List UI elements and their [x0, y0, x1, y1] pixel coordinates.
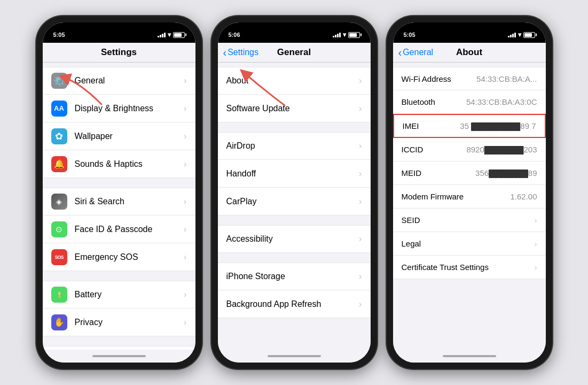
wifi-address-value: 54:33:CB:BA:A... [476, 74, 537, 83]
meid-start: 356 [475, 168, 489, 178]
row-privacy[interactable]: ✋ Privacy › [43, 309, 195, 336]
home-bar-2 [268, 355, 321, 357]
nav-bar-1: Settings [43, 43, 195, 63]
settings-list-1[interactable]: ⚙️ General › AA Display & Brightness › ✿… [43, 63, 195, 350]
general-group-2: AirDrop › Handoff › CarPlay › [218, 132, 371, 215]
general-chevron: › [184, 75, 187, 86]
row-sounds[interactable]: 🔔 Sounds & Haptics › [43, 150, 195, 178]
nav-title-2: General [277, 47, 311, 58]
faceid-icon: ⊙ [51, 221, 67, 237]
signal-icon-1 [158, 32, 166, 37]
row-about[interactable]: About › [218, 67, 371, 95]
iccid-end: 203 [523, 145, 537, 154]
row-general[interactable]: ⚙️ General › [43, 67, 195, 95]
nav-title-3: About [456, 47, 482, 58]
nav-bar-3: ‹ General About [393, 43, 546, 63]
software-chevron: › [359, 103, 362, 114]
airdrop-label: AirDrop [226, 141, 359, 151]
display-chevron: › [184, 103, 187, 114]
cert-label: Certificate Trust Settings [402, 263, 489, 272]
iphone-storage-chevron: › [359, 271, 362, 282]
settings-group-3: 🔋 Battery › ✋ Privacy › [43, 281, 195, 336]
row-iphone-storage[interactable]: iPhone Storage › [218, 263, 371, 290]
row-sos[interactable]: SOS Emergency SOS › [43, 243, 195, 271]
row-siri[interactable]: ◈ Siri & Search › [43, 188, 195, 215]
wallpaper-label: Wallpaper [75, 132, 184, 141]
row-cert[interactable]: Certificate Trust Settings › [393, 256, 546, 279]
privacy-icon: ✋ [51, 314, 67, 330]
imei-label: IMEI [403, 121, 419, 130]
wallpaper-chevron: › [184, 131, 187, 142]
row-accessibility[interactable]: Accessibility › [218, 225, 371, 253]
accessibility-label: Accessibility [226, 234, 359, 244]
general-group-3: Accessibility › [218, 225, 371, 253]
row-legal[interactable]: Legal › [393, 232, 546, 256]
separator-g2 [218, 215, 371, 221]
row-faceid[interactable]: ⊙ Face ID & Passcode › [43, 215, 195, 243]
home-bar-3 [443, 355, 496, 357]
meid-redacted: ████████ [489, 170, 528, 178]
meid-label: MEID [402, 168, 422, 178]
status-bar-1: 5:05 ▾ [43, 22, 195, 43]
row-airdrop[interactable]: AirDrop › [218, 132, 371, 160]
display-icon: AA [51, 101, 67, 117]
status-bar-3: 5:05 ▾ [393, 22, 546, 43]
privacy-label: Privacy [75, 318, 184, 327]
nav-back-label-3: General [403, 48, 433, 57]
row-battery[interactable]: 🔋 Battery › [43, 281, 195, 309]
status-icons-2: ▾ [333, 31, 360, 38]
imei-redacted: ██████████ [471, 122, 520, 130]
wifi-icon-2: ▾ [343, 31, 346, 38]
sos-label: Emergency SOS [75, 252, 184, 262]
row-display[interactable]: AA Display & Brightness › [43, 95, 195, 122]
software-label: Software Update [226, 104, 359, 113]
row-carplay[interactable]: CarPlay › [218, 188, 371, 215]
status-bar-2: 5:06 ▾ [218, 22, 371, 43]
about-group: Wi-Fi Address 54:33:CB:BA:A... Bluetooth… [393, 67, 546, 279]
siri-label: Siri & Search [75, 197, 184, 206]
iphone-storage-label: iPhone Storage [226, 272, 359, 281]
nav-back-2[interactable]: ‹ Settings [223, 48, 258, 58]
legal-label: Legal [402, 239, 421, 248]
carplay-chevron: › [359, 196, 362, 207]
iccid-start: 8920 [466, 145, 484, 154]
battery-icon-1 [173, 32, 185, 38]
row-software[interactable]: Software Update › [218, 95, 371, 122]
row-itunes[interactable]: A iTunes & App Store › [43, 346, 195, 350]
wallpaper-icon: ✿ [51, 128, 67, 144]
row-bg-refresh[interactable]: Background App Refresh › [218, 290, 371, 318]
status-icons-1: ▾ [158, 31, 185, 38]
status-time-1: 5:05 [53, 32, 65, 38]
nav-back-3[interactable]: ‹ General [398, 48, 434, 58]
separator-g1 [218, 122, 371, 128]
row-wallpaper[interactable]: ✿ Wallpaper › [43, 122, 195, 150]
general-group-1: About › Software Update › [218, 67, 371, 122]
iphone-1: 5:05 ▾ Settings [36, 16, 202, 369]
general-list[interactable]: About › Software Update › AirDrop › Hand… [218, 63, 371, 350]
battery-icon-2 [348, 32, 360, 38]
iccid-value: 8920████████203 [466, 145, 537, 154]
bluetooth-label: Bluetooth [402, 97, 435, 106]
cert-chevron: › [535, 263, 537, 272]
row-handoff[interactable]: Handoff › [218, 160, 371, 188]
home-indicator-1 [43, 350, 195, 363]
home-bar-1 [92, 355, 146, 357]
nav-bar-2: ‹ Settings General [218, 43, 371, 63]
seid-chevron: › [535, 215, 537, 225]
row-imei: IMEI 35 ██████████89 7 [393, 114, 546, 138]
status-time-2: 5:06 [229, 32, 240, 38]
notch-bar-3: 5:05 ▾ [393, 22, 546, 43]
faceid-chevron: › [184, 224, 187, 235]
row-bluetooth: Bluetooth 54:33:CB:BA:A3:0C [393, 90, 546, 114]
airdrop-chevron: › [359, 141, 362, 151]
bg-refresh-label: Background App Refresh [226, 299, 359, 309]
nav-back-label-2: Settings [228, 48, 258, 57]
battery-chevron: › [184, 289, 187, 300]
carplay-label: CarPlay [226, 197, 359, 206]
status-time-3: 5:05 [404, 32, 415, 38]
about-list: Wi-Fi Address 54:33:CB:BA:A... Bluetooth… [393, 63, 546, 350]
imei-start: 35 [460, 121, 471, 130]
row-seid[interactable]: SEID › [393, 209, 546, 232]
signal-icon-3 [508, 32, 516, 37]
bg-refresh-chevron: › [359, 299, 362, 310]
